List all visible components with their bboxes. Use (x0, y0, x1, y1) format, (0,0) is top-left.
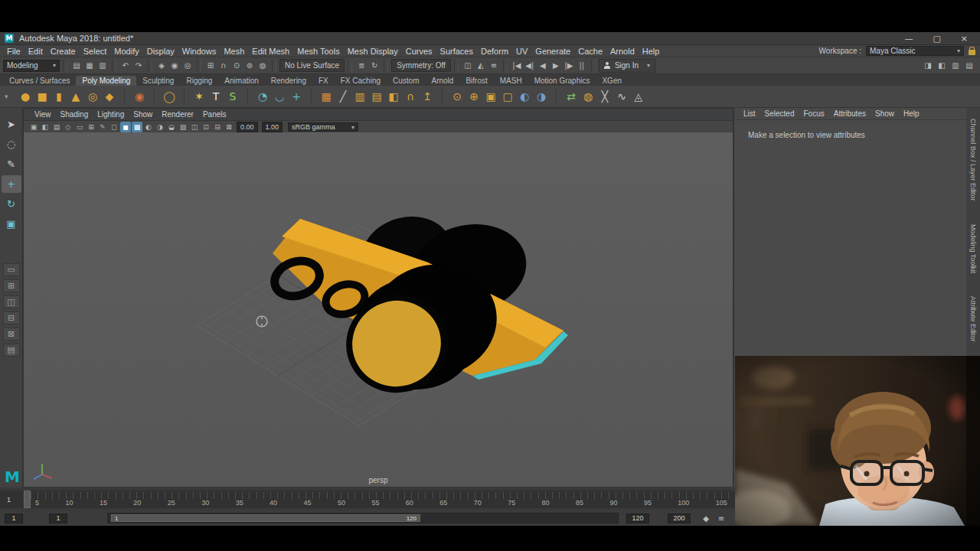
undo-icon[interactable]: ↶ (119, 60, 132, 72)
step-forward-icon[interactable]: |▶ (563, 60, 575, 72)
menu-item[interactable]: Show (129, 110, 157, 119)
auto-keyframe-icon[interactable]: ◆ (700, 512, 712, 524)
menu-item[interactable]: Generate (531, 47, 574, 56)
menu-item[interactable]: Focus (799, 109, 828, 118)
shelf-tab[interactable]: Arnold (425, 76, 459, 86)
sculpt-tool-icon[interactable]: ◔ (247, 88, 271, 105)
smooth-icon[interactable]: ◍ (580, 88, 596, 105)
sign-in-button[interactable]: Sign In (599, 59, 655, 73)
select-component-icon[interactable]: ◎ (181, 60, 194, 72)
anti-alias-icon[interactable]: ▨ (178, 122, 188, 132)
animation-preferences-icon[interactable]: ≡ (715, 512, 727, 524)
target-weld-icon[interactable]: ⊕ (466, 88, 482, 105)
menu-item[interactable]: Mesh (220, 47, 248, 56)
curve-to-poly-icon[interactable]: ∿ (613, 88, 630, 105)
gamma-field[interactable]: 1.00 (262, 122, 283, 132)
toggle-modeling-toolkit-icon[interactable]: ◨ (922, 60, 934, 72)
mirror-icon[interactable]: ⇄ (556, 88, 580, 105)
outliner-layout-icon[interactable]: ▤ (3, 344, 20, 357)
menu-item[interactable]: Display (143, 47, 178, 56)
camera-attributes-icon[interactable]: ▤ (51, 122, 62, 132)
shelf-tab[interactable]: Custom (387, 76, 425, 86)
side-tab[interactable]: Attribute Editor (969, 296, 977, 342)
bookmark-icon[interactable]: ◇ (63, 122, 74, 132)
shelf-tab[interactable]: FX (312, 76, 335, 86)
menu-item[interactable]: UV (512, 47, 531, 56)
poly-cone-icon[interactable]: ▲ (67, 88, 84, 105)
poly-pyramid-icon[interactable]: ◆ (101, 88, 118, 105)
minimize-button[interactable]: — (904, 34, 913, 44)
workspace-dropdown[interactable]: Maya Classic (866, 46, 964, 56)
two-pane-layout-icon[interactable]: ⊟ (3, 311, 20, 324)
animation-end-field[interactable]: 200 (668, 514, 691, 523)
ambient-occlusion-icon[interactable]: ◒ (166, 122, 177, 132)
super-shape-icon[interactable]: ✶ (184, 88, 207, 105)
play-forwards-icon[interactable]: ▶ (550, 60, 562, 72)
poly-cube-icon[interactable]: ■ (34, 88, 51, 105)
menu-item[interactable]: Deform (477, 47, 512, 56)
menu-item[interactable]: Selected (760, 109, 799, 118)
menu-item[interactable]: Lighting (93, 110, 129, 119)
use-all-lights-icon[interactable]: ◐ (143, 122, 154, 132)
menu-item[interactable]: Mesh Display (344, 47, 402, 56)
select-tool[interactable]: ➤ (2, 116, 21, 133)
menu-item[interactable]: Arnold (606, 47, 639, 56)
shelf-tab[interactable]: MASH (494, 76, 528, 86)
shelf-menu-icon[interactable]: ▾ (5, 93, 15, 100)
isolate-select-icon[interactable]: ⊡ (201, 122, 211, 132)
wireframe-icon[interactable]: ◻ (109, 122, 119, 132)
range-scrollbar-track[interactable]: 1 120 (107, 513, 619, 523)
lasso-tool[interactable]: ◌ (2, 135, 21, 153)
symmetry-tool-icon[interactable]: ◬ (630, 88, 647, 105)
sculpt-grab-tool-icon[interactable]: + (288, 88, 305, 105)
pause-icon[interactable]: || (576, 60, 588, 72)
shelf-tab[interactable]: XGen (596, 76, 628, 86)
insert-edge-loop-icon[interactable]: ▥ (351, 88, 368, 105)
resolution-gate-icon[interactable]: ⊠ (224, 122, 234, 132)
shelf-tab[interactable]: Rendering (265, 76, 312, 86)
shelf-tab[interactable]: Rigging (180, 76, 218, 86)
move-tool[interactable]: + (2, 175, 21, 193)
shelf-tab[interactable]: Bifrost (459, 76, 493, 86)
shelf-tab[interactable]: FX Caching (335, 76, 387, 86)
poly-disc-icon[interactable]: ◯ (154, 88, 178, 105)
menu-item[interactable]: Curves (402, 47, 436, 56)
range-scrollbar-handle[interactable]: 1 120 (111, 514, 420, 522)
smooth-mesh-preview-icon[interactable]: ◉ (124, 88, 148, 105)
go-to-start-icon[interactable]: |◀ (511, 60, 523, 72)
live-surface-field[interactable]: No Live Surface (279, 59, 345, 72)
xray-icon[interactable]: ◫ (189, 122, 200, 132)
poly-cylinder-icon[interactable]: ▮ (51, 88, 67, 105)
step-back-icon[interactable]: ◀| (524, 60, 536, 72)
smooth-shade-icon[interactable]: ◼ (120, 122, 131, 132)
toggle-tool-settings-icon[interactable]: ▥ (949, 60, 962, 72)
menu-item[interactable]: Create (47, 47, 80, 56)
shadows-icon[interactable]: ◑ (155, 122, 165, 132)
svg-tool-icon[interactable]: S (224, 88, 241, 105)
shelf-tab[interactable]: Curves / Surfaces (3, 76, 76, 86)
four-pane-layout-icon[interactable]: ⊞ (3, 279, 20, 292)
make-live-icon[interactable]: ◍ (256, 60, 269, 72)
maximize-button[interactable]: ▢ (933, 34, 940, 44)
ipr-render-icon[interactable]: ◭ (475, 60, 487, 72)
menu-item[interactable]: List (739, 109, 760, 118)
combine-icon[interactable]: ▣ (482, 88, 499, 105)
boolean-union-icon[interactable]: ◐ (516, 88, 533, 105)
open-scene-icon[interactable]: ▦ (83, 60, 96, 72)
symmetry-field[interactable]: Symmetry: Off (391, 59, 451, 72)
grease-pencil-icon[interactable]: ✎ (97, 122, 108, 132)
menu-item[interactable]: Help (899, 109, 924, 118)
three-pane-layout-icon[interactable]: ⊠ (3, 328, 20, 341)
play-backwards-icon[interactable]: ◀ (537, 60, 549, 72)
field-chart-icon[interactable]: ⊟ (212, 122, 223, 132)
menu-item[interactable]: Select (80, 47, 111, 56)
menu-item[interactable]: Cache (574, 47, 606, 56)
boolean-difference-icon[interactable]: ◑ (533, 88, 550, 105)
redo-icon[interactable]: ↷ (132, 60, 145, 72)
textured-icon[interactable]: ▩ (132, 122, 142, 132)
extrude-icon[interactable]: ↥ (419, 88, 436, 105)
menu-item[interactable]: Windows (178, 47, 220, 56)
menu-item[interactable]: Attributes (829, 109, 871, 118)
bevel-icon[interactable]: ◧ (385, 88, 402, 105)
playback-start-field[interactable]: 1 (49, 514, 67, 523)
